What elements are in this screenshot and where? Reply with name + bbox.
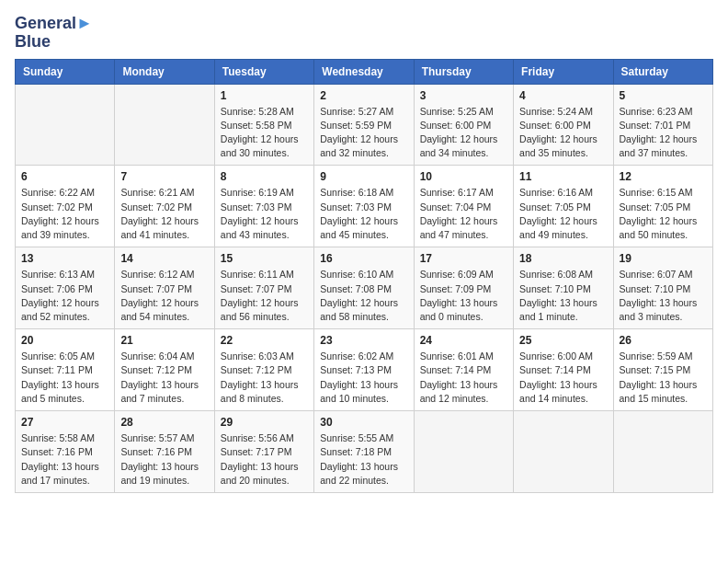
calendar-week-row: 20Sunrise: 6:05 AM Sunset: 7:11 PM Dayli… bbox=[16, 329, 713, 411]
day-number: 15 bbox=[221, 252, 308, 265]
day-number: 18 bbox=[519, 252, 607, 265]
page-header: General►Blue bbox=[15, 15, 713, 52]
day-number: 25 bbox=[519, 334, 607, 347]
calendar-header-row: SundayMondayTuesdayWednesdayThursdayFrid… bbox=[16, 59, 713, 84]
calendar-cell: 14Sunrise: 6:12 AM Sunset: 7:07 PM Dayli… bbox=[115, 247, 214, 329]
calendar-cell bbox=[613, 411, 712, 493]
day-info: Sunrise: 5:25 AM Sunset: 6:00 PM Dayligh… bbox=[420, 105, 507, 161]
day-info: Sunrise: 6:11 AM Sunset: 7:07 PM Dayligh… bbox=[221, 268, 308, 324]
day-number: 2 bbox=[320, 89, 407, 102]
logo-text: General►Blue bbox=[15, 15, 93, 52]
calendar-cell: 30Sunrise: 5:55 AM Sunset: 7:18 PM Dayli… bbox=[314, 411, 414, 493]
calendar-week-row: 1Sunrise: 5:28 AM Sunset: 5:58 PM Daylig… bbox=[16, 84, 713, 166]
calendar-cell: 25Sunrise: 6:00 AM Sunset: 7:14 PM Dayli… bbox=[514, 329, 613, 411]
calendar-cell: 12Sunrise: 6:15 AM Sunset: 7:05 PM Dayli… bbox=[613, 166, 712, 247]
calendar-cell: 3Sunrise: 5:25 AM Sunset: 6:00 PM Daylig… bbox=[414, 84, 513, 166]
day-info: Sunrise: 6:18 AM Sunset: 7:03 PM Dayligh… bbox=[320, 186, 407, 242]
day-number: 11 bbox=[519, 170, 607, 183]
calendar-cell: 19Sunrise: 6:07 AM Sunset: 7:10 PM Dayli… bbox=[613, 247, 712, 329]
day-info: Sunrise: 5:24 AM Sunset: 6:00 PM Dayligh… bbox=[519, 105, 607, 161]
day-info: Sunrise: 6:21 AM Sunset: 7:02 PM Dayligh… bbox=[120, 186, 208, 242]
calendar-cell: 26Sunrise: 5:59 AM Sunset: 7:15 PM Dayli… bbox=[613, 329, 712, 411]
calendar-cell: 16Sunrise: 6:10 AM Sunset: 7:08 PM Dayli… bbox=[314, 247, 414, 329]
day-info: Sunrise: 6:04 AM Sunset: 7:12 PM Dayligh… bbox=[120, 350, 208, 406]
day-info: Sunrise: 6:12 AM Sunset: 7:07 PM Dayligh… bbox=[120, 268, 208, 324]
day-number: 27 bbox=[21, 416, 108, 429]
day-info: Sunrise: 6:02 AM Sunset: 7:13 PM Dayligh… bbox=[320, 350, 407, 406]
day-number: 20 bbox=[21, 334, 108, 347]
day-number: 21 bbox=[120, 334, 208, 347]
day-of-week-header: Sunday bbox=[16, 59, 115, 84]
calendar-cell: 17Sunrise: 6:09 AM Sunset: 7:09 PM Dayli… bbox=[414, 247, 513, 329]
day-number: 29 bbox=[221, 416, 308, 429]
day-number: 30 bbox=[320, 416, 407, 429]
day-number: 19 bbox=[620, 252, 707, 265]
calendar-cell: 23Sunrise: 6:02 AM Sunset: 7:13 PM Dayli… bbox=[314, 329, 414, 411]
day-info: Sunrise: 6:05 AM Sunset: 7:11 PM Dayligh… bbox=[21, 350, 108, 406]
day-info: Sunrise: 6:01 AM Sunset: 7:14 PM Dayligh… bbox=[420, 350, 507, 406]
day-info: Sunrise: 6:23 AM Sunset: 7:01 PM Dayligh… bbox=[620, 105, 707, 161]
calendar-cell: 11Sunrise: 6:16 AM Sunset: 7:05 PM Dayli… bbox=[514, 166, 613, 247]
calendar-cell: 2Sunrise: 5:27 AM Sunset: 5:59 PM Daylig… bbox=[314, 84, 414, 166]
calendar-cell bbox=[115, 84, 214, 166]
day-number: 14 bbox=[120, 252, 208, 265]
calendar-week-row: 27Sunrise: 5:58 AM Sunset: 7:16 PM Dayli… bbox=[16, 411, 713, 493]
calendar-cell: 20Sunrise: 6:05 AM Sunset: 7:11 PM Dayli… bbox=[16, 329, 115, 411]
calendar-cell: 22Sunrise: 6:03 AM Sunset: 7:12 PM Dayli… bbox=[214, 329, 313, 411]
calendar-cell: 8Sunrise: 6:19 AM Sunset: 7:03 PM Daylig… bbox=[214, 166, 313, 247]
day-info: Sunrise: 5:28 AM Sunset: 5:58 PM Dayligh… bbox=[221, 105, 308, 161]
day-number: 8 bbox=[221, 170, 308, 183]
day-info: Sunrise: 5:58 AM Sunset: 7:16 PM Dayligh… bbox=[21, 431, 108, 488]
day-info: Sunrise: 6:13 AM Sunset: 7:06 PM Dayligh… bbox=[21, 268, 108, 324]
day-number: 1 bbox=[221, 89, 308, 102]
day-info: Sunrise: 6:15 AM Sunset: 7:05 PM Dayligh… bbox=[620, 186, 707, 242]
calendar-cell: 7Sunrise: 6:21 AM Sunset: 7:02 PM Daylig… bbox=[115, 166, 214, 247]
day-number: 13 bbox=[21, 252, 108, 265]
calendar-cell: 10Sunrise: 6:17 AM Sunset: 7:04 PM Dayli… bbox=[414, 166, 513, 247]
day-info: Sunrise: 5:55 AM Sunset: 7:18 PM Dayligh… bbox=[320, 431, 407, 488]
calendar-cell: 24Sunrise: 6:01 AM Sunset: 7:14 PM Dayli… bbox=[414, 329, 513, 411]
day-number: 23 bbox=[320, 334, 407, 347]
day-number: 17 bbox=[420, 252, 507, 265]
calendar-cell: 1Sunrise: 5:28 AM Sunset: 5:58 PM Daylig… bbox=[214, 84, 313, 166]
day-info: Sunrise: 6:17 AM Sunset: 7:04 PM Dayligh… bbox=[420, 186, 507, 242]
day-number: 5 bbox=[620, 89, 707, 102]
calendar-cell: 29Sunrise: 5:56 AM Sunset: 7:17 PM Dayli… bbox=[214, 411, 313, 493]
day-of-week-header: Tuesday bbox=[214, 59, 313, 84]
calendar-cell: 27Sunrise: 5:58 AM Sunset: 7:16 PM Dayli… bbox=[16, 411, 115, 493]
day-number: 12 bbox=[620, 170, 707, 183]
day-info: Sunrise: 6:00 AM Sunset: 7:14 PM Dayligh… bbox=[519, 350, 607, 406]
calendar-cell: 21Sunrise: 6:04 AM Sunset: 7:12 PM Dayli… bbox=[115, 329, 214, 411]
day-number: 24 bbox=[420, 334, 507, 347]
day-number: 3 bbox=[420, 89, 507, 102]
day-info: Sunrise: 5:56 AM Sunset: 7:17 PM Dayligh… bbox=[221, 431, 308, 488]
day-number: 6 bbox=[21, 170, 108, 183]
day-of-week-header: Thursday bbox=[414, 59, 513, 84]
day-number: 28 bbox=[120, 416, 208, 429]
day-info: Sunrise: 5:27 AM Sunset: 5:59 PM Dayligh… bbox=[320, 105, 407, 161]
day-info: Sunrise: 6:22 AM Sunset: 7:02 PM Dayligh… bbox=[21, 186, 108, 242]
day-info: Sunrise: 5:57 AM Sunset: 7:16 PM Dayligh… bbox=[120, 431, 208, 488]
calendar-table: SundayMondayTuesdayWednesdayThursdayFrid… bbox=[15, 59, 713, 493]
day-number: 4 bbox=[519, 89, 607, 102]
logo: General►Blue bbox=[15, 15, 93, 52]
day-number: 9 bbox=[320, 170, 407, 183]
calendar-cell: 4Sunrise: 5:24 AM Sunset: 6:00 PM Daylig… bbox=[514, 84, 613, 166]
day-info: Sunrise: 6:19 AM Sunset: 7:03 PM Dayligh… bbox=[221, 186, 308, 242]
day-of-week-header: Saturday bbox=[613, 59, 712, 84]
day-number: 16 bbox=[320, 252, 407, 265]
calendar-cell bbox=[414, 411, 513, 493]
calendar-week-row: 13Sunrise: 6:13 AM Sunset: 7:06 PM Dayli… bbox=[16, 247, 713, 329]
calendar-cell: 5Sunrise: 6:23 AM Sunset: 7:01 PM Daylig… bbox=[613, 84, 712, 166]
day-info: Sunrise: 6:07 AM Sunset: 7:10 PM Dayligh… bbox=[620, 268, 707, 324]
day-number: 22 bbox=[221, 334, 308, 347]
calendar-week-row: 6Sunrise: 6:22 AM Sunset: 7:02 PM Daylig… bbox=[16, 166, 713, 247]
day-info: Sunrise: 6:10 AM Sunset: 7:08 PM Dayligh… bbox=[320, 268, 407, 324]
day-info: Sunrise: 6:03 AM Sunset: 7:12 PM Dayligh… bbox=[221, 350, 308, 406]
calendar-cell: 6Sunrise: 6:22 AM Sunset: 7:02 PM Daylig… bbox=[16, 166, 115, 247]
day-number: 26 bbox=[620, 334, 707, 347]
day-info: Sunrise: 6:16 AM Sunset: 7:05 PM Dayligh… bbox=[519, 186, 607, 242]
calendar-cell: 9Sunrise: 6:18 AM Sunset: 7:03 PM Daylig… bbox=[314, 166, 414, 247]
day-number: 10 bbox=[420, 170, 507, 183]
day-of-week-header: Wednesday bbox=[314, 59, 414, 84]
